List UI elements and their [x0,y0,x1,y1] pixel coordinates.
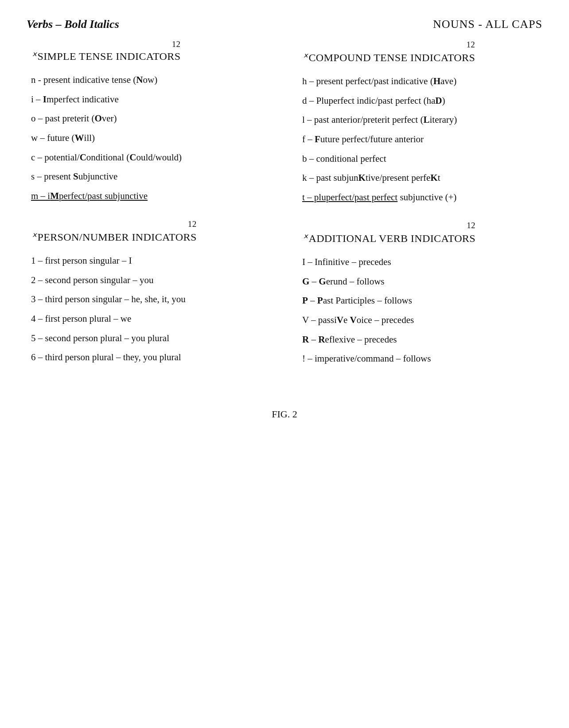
simple-tense-header: 12 ˣSIMPLE TENSE INDICATORS [31,40,267,63]
list-item: 5 – second person plural – you plural [31,329,267,348]
list-item: f – Future perfect/future anterior [302,130,538,149]
list-item: w – future (Will) [31,128,267,148]
nouns-label: NOUNS - ALL CAPS [433,18,542,31]
person-number-list: 1 – first person singular – I 2 – second… [31,251,267,367]
right-column: 12 ˣCOMPOUND TENSE INDICATORS h – presen… [284,40,542,382]
page-container: Verbs – Bold Italics NOUNS - ALL CAPS 12… [27,18,542,420]
list-item: o – past preterit (Over) [31,109,267,128]
simple-tense-list: n - present indicative tense (Now) i – I… [31,70,267,206]
verbs-label: Verbs – Bold Italics [27,18,119,31]
figure-label: FIG. 2 [27,409,542,420]
list-item: I – Infinitive – precedes [302,253,538,272]
additional-verb-list: I – Infinitive – precedes G – Gerund – f… [302,253,538,369]
list-item: n - present indicative tense (Now) [31,70,267,90]
list-item: m – iMperfect/past subjunctive [31,187,267,206]
compound-tense-header: 12 ˣCOMPOUND TENSE INDICATORS [302,40,538,65]
list-item: c – potential/Conditional (Could/would) [31,148,267,167]
list-item: R – Reflexive – precedes [302,330,538,350]
simple-tense-section: 12 ˣSIMPLE TENSE INDICATORS n - present … [31,40,267,206]
list-item: s – present Subjunctive [31,167,267,187]
list-item: 2 – second person singular – you [31,271,267,290]
compound-tense-num: 12 [302,40,475,50]
list-item: k – past subjunKtive/present perfeKt [302,168,538,188]
top-header: Verbs – Bold Italics NOUNS - ALL CAPS [27,18,542,31]
list-item: 4 – first person plural – we [31,309,267,329]
additional-verb-title: 12 ˣADDITIONAL VERB INDICATORS [302,221,475,245]
person-number-header: 12 ˣPERSON/NUMBER INDICATORS [31,219,267,244]
left-column: 12 ˣSIMPLE TENSE INDICATORS n - present … [27,40,284,382]
compound-tense-section: 12 ˣCOMPOUND TENSE INDICATORS h – presen… [302,40,538,207]
list-item: 3 – third person singular – he, she, it,… [31,290,267,309]
list-item: V – passiVe Voice – precedes [302,311,538,330]
person-number-title: 12 ˣPERSON/NUMBER INDICATORS [31,219,197,244]
list-item: G – Gerund – follows [302,272,538,292]
simple-tense-num: 12 [31,40,180,48]
main-content: 12 ˣSIMPLE TENSE INDICATORS n - present … [27,40,542,382]
list-item: d – Pluperfect indic/past perfect (haD) [302,91,538,111]
list-item: 1 – first person singular – I [31,251,267,271]
list-item: P – Past Participles – follows [302,291,538,311]
simple-tense-title: 12 ˣSIMPLE TENSE INDICATORS [31,40,180,63]
person-number-section: 12 ˣPERSON/NUMBER INDICATORS 1 – first p… [31,219,267,367]
list-item: b – conditional perfect [302,149,538,169]
list-item: i – Imperfect indicative [31,90,267,109]
person-number-num: 12 [31,219,197,229]
list-item: h – present perfect/past indicative (Hav… [302,72,538,91]
additional-verb-section: 12 ˣADDITIONAL VERB INDICATORS I – Infin… [302,221,538,369]
list-item: l – past anterior/preterit perfect (Lite… [302,110,538,130]
list-item: 6 – third person plural – they, you plur… [31,348,267,367]
compound-tense-list: h – present perfect/past indicative (Hav… [302,72,538,207]
additional-verb-num: 12 [302,221,475,230]
list-item: t – pluperfect/past perfect subjunctive … [302,188,538,207]
list-item: ! – imperative/command – follows [302,349,538,369]
additional-verb-header: 12 ˣADDITIONAL VERB INDICATORS [302,221,538,245]
compound-tense-title: 12 ˣCOMPOUND TENSE INDICATORS [302,40,475,65]
